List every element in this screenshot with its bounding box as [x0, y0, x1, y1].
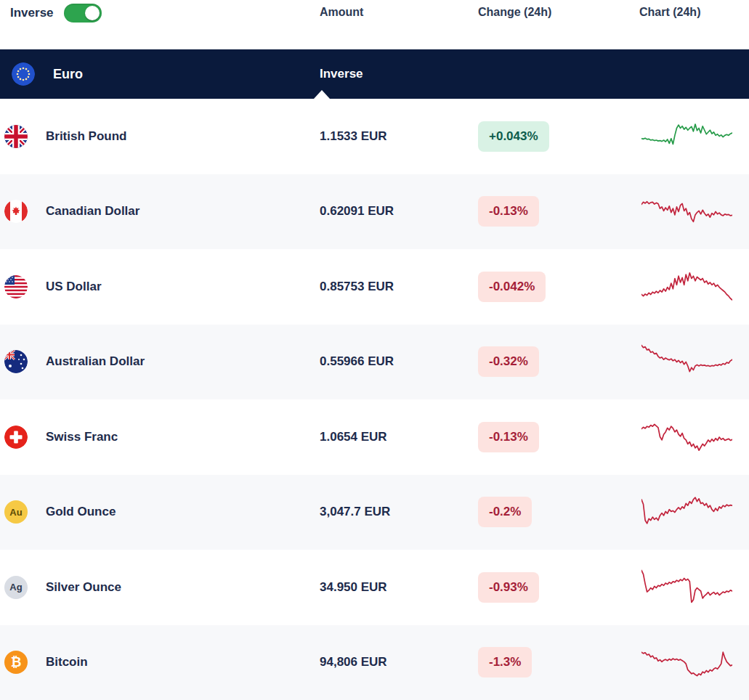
change-badge: -0.13% — [478, 422, 539, 452]
inverse-toggle[interactable] — [64, 4, 102, 23]
sparkline-chart — [641, 643, 732, 683]
sparkline-chart — [641, 417, 732, 457]
amount-value: 3,047.7 EUR — [320, 505, 478, 519]
toggle-knob — [85, 6, 100, 20]
column-header-change: Change (24h) — [478, 4, 639, 19]
change-badge: -0.93% — [478, 572, 539, 603]
amount-value: 1.0654 EUR — [320, 430, 478, 444]
currency-name: US Dollar — [46, 280, 102, 294]
sparkline-chart — [641, 342, 732, 382]
rows-container: British Pound 1.1533 EUR +0.043% — [0, 99, 749, 700]
sparkline-chart — [641, 266, 732, 306]
us-flag-icon — [4, 275, 28, 298]
table-row[interactable]: Swiss Franc 1.0654 EUR -0.13% — [0, 399, 749, 475]
sparkline-chart — [641, 192, 732, 232]
table-row[interactable]: Australian Dollar 0.55966 EUR -0.32% — [0, 325, 749, 400]
gold-symbol: Au — [9, 507, 22, 518]
base-currency-name: Euro — [53, 67, 83, 82]
currency-name: Silver Ounce — [46, 580, 121, 595]
base-currency-row[interactable]: Euro Inverse — [0, 49, 749, 99]
sparkline-chart — [641, 567, 732, 607]
pointer-notch — [314, 90, 330, 99]
table-row[interactable]: Canadian Dollar 0.62091 EUR -0.13% — [0, 174, 749, 250]
switzerland-flag-icon — [4, 426, 28, 449]
amount-value: 0.85753 EUR — [320, 280, 478, 294]
amount-value: 0.62091 EUR — [320, 204, 478, 219]
currency-name: Canadian Dollar — [46, 204, 139, 219]
australia-flag-icon — [4, 350, 28, 373]
table-row[interactable]: ₿ Bitcoin 94,806 EUR -1.3% — [0, 625, 749, 700]
currency-name: British Pound — [46, 129, 126, 144]
inverse-toggle-label: Inverse — [10, 4, 54, 23]
table-row[interactable]: Au Gold Ounce 3,047.7 EUR -0.2% — [0, 475, 749, 550]
amount-value: 0.55966 EUR — [320, 354, 478, 369]
eu-flag-icon — [12, 62, 35, 86]
currency-name: Swiss Franc — [46, 430, 118, 444]
currency-name: Gold Ounce — [46, 505, 116, 519]
base-mode-label: Inverse — [320, 67, 478, 81]
sparkline-chart — [641, 492, 732, 532]
silver-ag-icon: Ag — [4, 576, 28, 599]
table-row[interactable]: British Pound 1.1533 EUR +0.043% — [0, 99, 749, 174]
amount-value: 34.950 EUR — [320, 580, 478, 595]
silver-symbol: Ag — [9, 582, 22, 593]
sparkline-chart — [641, 116, 732, 156]
currency-name: Australian Dollar — [46, 354, 145, 369]
column-header-amount: Amount — [320, 4, 478, 19]
amount-value: 94,806 EUR — [320, 655, 478, 670]
bitcoin-icon: ₿ — [4, 651, 28, 674]
gold-au-icon: Au — [4, 500, 28, 524]
amount-value: 1.1533 EUR — [320, 129, 478, 144]
table-header: Inverse Amount Change (24h) Chart (24h) — [0, 0, 749, 49]
change-badge: -0.2% — [478, 497, 532, 527]
change-badge: -0.32% — [478, 346, 539, 377]
column-header-chart: Chart (24h) — [639, 4, 749, 19]
uk-flag-icon — [4, 125, 28, 148]
change-badge: +0.043% — [478, 121, 549, 152]
currency-table: Inverse Amount Change (24h) Chart (24h) — [0, 0, 749, 700]
table-row[interactable]: Ag Silver Ounce 34.950 EUR -0.93% — [0, 550, 749, 625]
change-badge: -0.042% — [478, 272, 546, 302]
table-row[interactable]: US Dollar 0.85753 EUR -0.042% — [0, 249, 749, 325]
change-badge: -1.3% — [478, 647, 532, 677]
canada-flag-icon — [4, 200, 28, 223]
currency-name: Bitcoin — [46, 655, 88, 670]
change-badge: -0.13% — [478, 196, 539, 227]
bitcoin-symbol: ₿ — [11, 655, 22, 670]
